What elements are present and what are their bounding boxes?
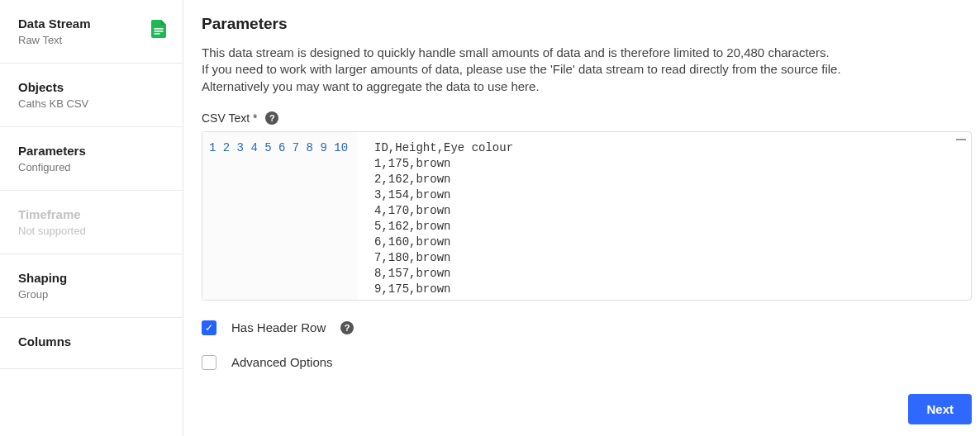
has-header-row-option: ✓ Has Header Row ? — [202, 320, 972, 335]
sidebar-item-title: Timeframe — [18, 207, 164, 221]
app-root: Data Stream Raw Text Objects Caths KB CS… — [0, 0, 980, 436]
help-icon[interactable]: ? — [265, 111, 278, 125]
file-icon — [151, 20, 166, 40]
advanced-options-option: Advanced Options — [202, 355, 972, 370]
advanced-options-label: Advanced Options — [231, 355, 333, 369]
has-header-label: Has Header Row — [231, 320, 326, 334]
minimap-indicator — [956, 139, 966, 140]
sidebar-item-title: Columns — [18, 334, 164, 348]
sidebar-item-title: Shaping — [18, 271, 164, 285]
sidebar-item-title: Data Stream — [18, 17, 164, 31]
sidebar-item-title: Objects — [18, 80, 164, 94]
sidebar-item-sub: Not supported — [18, 225, 164, 237]
sidebar-item-timeframe: Timeframe Not supported — [0, 191, 183, 254]
description: This data stream is designed to quickly … — [202, 45, 972, 95]
sidebar-item-sub: Raw Text — [18, 34, 164, 46]
sidebar-item-title: Parameters — [18, 144, 164, 158]
csv-text-label-row: CSV Text * ? — [202, 111, 972, 125]
has-header-checkbox[interactable]: ✓ — [202, 320, 216, 335]
advanced-options-checkbox[interactable] — [202, 355, 216, 370]
svg-rect-0 — [155, 28, 164, 30]
sidebar-item-objects[interactable]: Objects Caths KB CSV — [0, 64, 183, 127]
next-button[interactable]: Next — [908, 394, 972, 424]
sidebar: Data Stream Raw Text Objects Caths KB CS… — [0, 0, 183, 436]
code-lines[interactable]: ID,Height,Eye colour 1,175,brown 2,162,b… — [358, 132, 971, 300]
sidebar-item-shaping[interactable]: Shaping Group — [0, 254, 183, 318]
line-number-gutter: 1 2 3 4 5 6 7 8 9 10 — [202, 132, 358, 300]
description-line: This data stream is designed to quickly … — [202, 45, 830, 59]
csv-text-editor[interactable]: 1 2 3 4 5 6 7 8 9 10 ID,Height,Eye colou… — [202, 131, 972, 301]
check-icon: ✓ — [205, 323, 213, 333]
page-title: Parameters — [202, 15, 972, 33]
sidebar-item-sub: Caths KB CSV — [18, 97, 164, 110]
main-panel: Parameters This data stream is designed … — [183, 0, 980, 436]
csv-text-label: CSV Text * — [202, 111, 257, 125]
sidebar-item-data-stream[interactable]: Data Stream Raw Text — [0, 0, 183, 64]
description-line: If you need to work with larger amounts … — [202, 62, 841, 76]
description-line: Alternatively you may want to aggregate … — [202, 79, 540, 93]
help-icon[interactable]: ? — [340, 321, 354, 334]
svg-rect-2 — [155, 33, 160, 35]
sidebar-item-columns[interactable]: Columns — [0, 318, 183, 369]
sidebar-item-sub: Group — [18, 288, 164, 301]
svg-rect-1 — [155, 31, 164, 32]
sidebar-item-parameters[interactable]: Parameters Configured — [0, 127, 183, 191]
sidebar-item-sub: Configured — [18, 161, 164, 173]
